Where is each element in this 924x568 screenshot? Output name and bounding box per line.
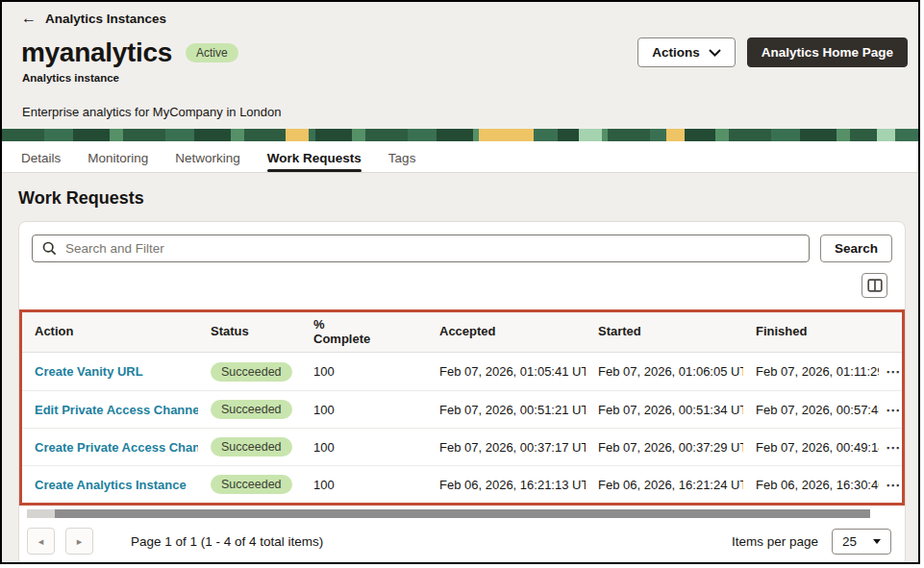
dropdown-caret-icon xyxy=(873,539,881,544)
cell-status: Succeeded xyxy=(198,400,301,419)
search-button[interactable]: Search xyxy=(820,235,892,262)
table-row: Create Vanity URL Succeeded 100 Feb 07, … xyxy=(22,353,902,390)
cell-percent-complete: 100 xyxy=(301,478,427,492)
app-window: ← Analytics Instances myanalytics Active… xyxy=(0,0,920,564)
column-header-status[interactable]: Status xyxy=(198,325,301,339)
scrollbar-thumb[interactable] xyxy=(55,509,870,518)
table-row: Create Private Access Channel Succeeded … xyxy=(22,428,902,465)
search-input[interactable] xyxy=(32,235,810,262)
analytics-home-page-button[interactable]: Analytics Home Page xyxy=(747,37,908,67)
back-arrow-icon[interactable]: ← xyxy=(21,11,37,26)
cell-started: Feb 07, 2026, 01:06:05 UTC xyxy=(586,364,743,379)
row-overflow-menu-button[interactable]: ⋯ xyxy=(882,362,905,381)
cell-percent-complete: 100 xyxy=(301,364,427,379)
resource-type-label: Analytics instance xyxy=(22,72,909,84)
cell-action: Edit Private Access Channel xyxy=(22,403,198,417)
table-row: Edit Private Access Channel Succeeded 10… xyxy=(22,390,902,428)
cell-started: Feb 06, 2026, 16:21:24 UTC xyxy=(586,478,743,492)
row-overflow-menu-button[interactable]: ⋯ xyxy=(882,401,905,419)
status-pill: Succeeded xyxy=(211,475,292,494)
page-header: ← Analytics Instances myanalytics Active… xyxy=(2,2,918,119)
cell-started: Feb 07, 2026, 00:51:34 UTC xyxy=(586,403,743,417)
cell-percent-complete: 100 xyxy=(301,440,427,455)
cell-status: Succeeded xyxy=(198,437,301,457)
cell-action: Create Private Access Channel xyxy=(22,440,198,455)
title-group: myanalytics Active xyxy=(21,37,238,68)
cell-action: Create Analytics Instance xyxy=(22,478,198,492)
work-request-link[interactable]: Create Private Access Channel xyxy=(35,440,198,455)
column-header-action[interactable]: Action xyxy=(22,325,198,339)
breadcrumb-link[interactable]: Analytics Instances xyxy=(45,12,166,26)
items-per-page-select[interactable]: 25 xyxy=(832,529,891,555)
tab-monitoring[interactable]: Monitoring xyxy=(87,141,148,172)
instance-description: Enterprise analytics for MyCompany in Lo… xyxy=(22,105,909,119)
section-heading: Work Requests xyxy=(18,188,906,209)
cell-finished: Feb 06, 2026, 16:30:40 UTC xyxy=(743,478,879,492)
tab-tags[interactable]: Tags xyxy=(388,141,416,172)
work-request-link[interactable]: Create Vanity URL xyxy=(35,364,143,379)
status-pill: Succeeded xyxy=(211,437,292,457)
cell-status: Succeeded xyxy=(198,362,301,382)
table-toolbar xyxy=(19,262,905,298)
next-page-button[interactable]: ▸ xyxy=(65,528,93,555)
row-overflow-menu-button[interactable]: ⋯ xyxy=(882,476,905,494)
page-title: myanalytics xyxy=(21,37,172,68)
table-row: Create Analytics Instance Succeeded 100 … xyxy=(22,465,902,503)
row-overflow-menu-button[interactable]: ⋯ xyxy=(882,438,905,457)
items-per-page-group: Items per page 25 xyxy=(732,529,891,555)
cell-finished: Feb 07, 2026, 00:49:14 UTC xyxy=(743,440,879,455)
cell-menu: ⋯ xyxy=(879,438,908,457)
search-box xyxy=(32,235,810,262)
work-requests-table: Action Status % Complete Accepted Starte… xyxy=(19,309,905,506)
cell-accepted: Feb 06, 2026, 16:21:13 UTC xyxy=(427,478,586,492)
cell-menu: ⋯ xyxy=(879,401,908,419)
cell-started: Feb 07, 2026, 00:37:29 UTC xyxy=(586,440,743,455)
decorative-banner xyxy=(2,129,918,141)
column-header-accepted[interactable]: Accepted xyxy=(427,325,586,339)
tab-work-requests[interactable]: Work Requests xyxy=(267,141,362,172)
title-row: myanalytics Active Actions Analytics Hom… xyxy=(21,37,909,68)
horizontal-scrollbar xyxy=(27,509,870,518)
cell-accepted: Feb 07, 2026, 01:05:41 UTC xyxy=(427,364,586,379)
table-header-row: Action Status % Complete Accepted Starte… xyxy=(22,312,902,353)
work-requests-panel: Search Action Status % Complete Accepted… xyxy=(18,221,906,564)
actions-button[interactable]: Actions xyxy=(637,37,736,67)
items-per-page-label: Items per page xyxy=(732,534,818,549)
tab-networking[interactable]: Networking xyxy=(175,141,240,172)
column-header-started[interactable]: Started xyxy=(586,325,743,339)
chevron-down-icon xyxy=(709,49,721,57)
tab-details[interactable]: Details xyxy=(21,141,61,172)
pagination: ◂ ▸ Page 1 of 1 (1 - 4 of 4 total items)… xyxy=(19,518,905,556)
header-buttons: Actions Analytics Home Page xyxy=(637,37,909,67)
items-per-page-value: 25 xyxy=(842,534,857,549)
column-picker-icon xyxy=(867,279,883,292)
cell-action: Create Vanity URL xyxy=(22,364,198,379)
status-pill: Succeeded xyxy=(211,400,292,419)
cell-percent-complete: 100 xyxy=(301,403,427,417)
cell-accepted: Feb 07, 2026, 00:37:17 UTC xyxy=(427,440,586,455)
work-request-link[interactable]: Create Analytics Instance xyxy=(35,478,187,492)
status-pill: Succeeded xyxy=(211,362,292,382)
tab-bar: Details Monitoring Networking Work Reque… xyxy=(2,141,918,173)
cell-status: Succeeded xyxy=(198,475,301,494)
cell-menu: ⋯ xyxy=(879,476,908,494)
actions-button-label: Actions xyxy=(652,45,700,60)
cell-accepted: Feb 07, 2026, 00:51:21 UTC xyxy=(427,403,586,417)
column-header-finished[interactable]: Finished xyxy=(743,325,879,339)
breadcrumb: ← Analytics Instances xyxy=(21,8,909,29)
main-content: Work Requests Search Action Status % Com xyxy=(2,188,918,564)
previous-page-button[interactable]: ◂ xyxy=(27,528,55,555)
column-header-percent-complete-label: % Complete xyxy=(313,318,373,347)
cell-finished: Feb 07, 2026, 01:11:29 UTC xyxy=(743,364,879,379)
search-icon xyxy=(42,241,57,256)
search-row: Search xyxy=(19,235,905,262)
status-badge: Active xyxy=(186,43,238,62)
column-picker-button[interactable] xyxy=(862,273,887,298)
work-request-link[interactable]: Edit Private Access Channel xyxy=(35,403,198,417)
cell-finished: Feb 07, 2026, 00:57:48 UTC xyxy=(743,403,879,417)
column-header-percent-complete[interactable]: % Complete xyxy=(301,318,427,347)
cell-menu: ⋯ xyxy=(879,362,908,381)
page-count-text: Page 1 of 1 (1 - 4 of 4 total items) xyxy=(131,534,323,549)
